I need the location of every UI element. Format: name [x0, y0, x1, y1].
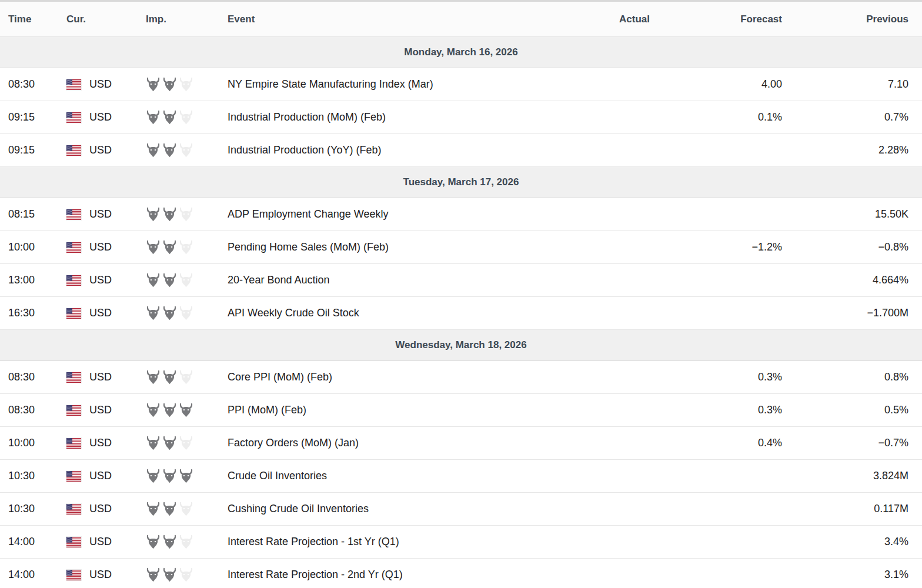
importance-rating — [146, 240, 228, 255]
currency-cell: USD — [66, 274, 146, 286]
bull-icon — [162, 534, 177, 549]
us-flag-icon — [66, 242, 81, 253]
us-flag-icon — [66, 504, 81, 514]
column-header-actual: Actual — [562, 14, 650, 25]
column-header-importance: Imp. — [146, 14, 228, 25]
table-row[interactable]: 10:30 — [0, 493, 922, 526]
us-flag-icon — [66, 405, 81, 416]
table-row[interactable]: 08:30 — [0, 361, 922, 394]
bull-icon — [179, 534, 193, 549]
bull-icon — [162, 110, 177, 125]
table-row[interactable]: 10:30 — [0, 460, 922, 493]
currency-cell: USD — [66, 208, 146, 220]
importance-rating — [146, 77, 228, 92]
event-name[interactable]: Interest Rate Projection - 2nd Yr (Q1) — [228, 569, 562, 581]
bull-icon — [146, 77, 161, 92]
day-label: Tuesday, March 17, 2026 — [403, 176, 519, 188]
previous-value: 0.5% — [782, 404, 908, 416]
bull-icon — [179, 143, 193, 158]
us-flag-icon — [66, 570, 81, 580]
bull-icon — [162, 469, 177, 483]
currency-cell: USD — [66, 78, 146, 91]
forecast-value: −1.2% — [650, 241, 782, 253]
event-name[interactable]: Factory Orders (MoM) (Jan) — [228, 437, 562, 449]
previous-value: 3.1% — [782, 569, 908, 581]
bull-icon — [146, 436, 161, 450]
bull-icon — [162, 306, 177, 320]
event-time: 10:30 — [8, 503, 66, 515]
us-flag-icon — [66, 112, 81, 123]
currency-cell: USD — [66, 307, 146, 319]
previous-value: 0.7% — [782, 111, 908, 123]
event-name[interactable]: Crude Oil Inventories — [228, 470, 562, 482]
importance-rating — [146, 567, 228, 582]
importance-rating — [146, 143, 228, 158]
table-row[interactable]: 10:00 — [0, 231, 922, 264]
table-row[interactable]: 10:00 — [0, 427, 922, 460]
previous-value: 0.117M — [782, 503, 908, 515]
currency-code: USD — [89, 208, 112, 220]
event-name[interactable]: Pending Home Sales (MoM) (Feb) — [228, 241, 562, 253]
table-row[interactable]: 16:30 — [0, 297, 922, 330]
bull-icon — [146, 403, 161, 417]
table-row[interactable]: 13:00 — [0, 264, 922, 297]
bull-icon — [162, 502, 177, 516]
event-name[interactable]: API Weekly Crude Oil Stock — [228, 307, 562, 319]
event-name[interactable]: Core PPI (MoM) (Feb) — [228, 371, 562, 383]
bull-icon — [179, 306, 193, 320]
bull-icon — [179, 273, 193, 288]
table-row[interactable]: 08:30 — [0, 394, 922, 427]
event-name[interactable]: Cushing Crude Oil Inventories — [228, 503, 562, 515]
currency-code: USD — [89, 404, 112, 416]
event-name[interactable]: ADP Employment Change Weekly — [228, 208, 562, 220]
event-name[interactable]: Interest Rate Projection - 1st Yr (Q1) — [228, 536, 562, 548]
currency-cell: USD — [66, 144, 146, 156]
event-time: 13:00 — [8, 274, 66, 286]
event-time: 16:30 — [8, 307, 66, 319]
economic-calendar-table: Time Cur. Imp. Event Actual Forecast Pre… — [0, 0, 922, 588]
event-name[interactable]: PPI (MoM) (Feb) — [228, 404, 562, 416]
forecast-value: 0.4% — [650, 437, 782, 449]
event-name[interactable]: 20-Year Bond Auction — [228, 274, 562, 286]
event-time: 14:00 — [8, 536, 66, 548]
bull-icon — [162, 143, 177, 158]
event-time: 08:30 — [8, 404, 66, 416]
bull-icon — [146, 534, 161, 549]
bull-icon — [179, 469, 193, 483]
forecast-value: 0.3% — [650, 404, 782, 416]
us-flag-icon — [66, 471, 81, 482]
previous-value: 15.50K — [782, 208, 908, 220]
currency-cell: USD — [66, 536, 146, 548]
us-flag-icon — [66, 537, 81, 547]
currency-code: USD — [89, 470, 112, 482]
table-row[interactable]: 14:00 — [0, 526, 922, 559]
currency-cell: USD — [66, 569, 146, 581]
table-row[interactable]: 14:00 — [0, 559, 922, 588]
previous-value: 3.824M — [782, 470, 908, 482]
day-separator-row: Wednesday, March 18, 2026 — [0, 330, 922, 361]
bull-icon — [146, 240, 161, 255]
previous-value: 2.28% — [782, 144, 908, 156]
us-flag-icon — [66, 372, 81, 383]
event-time: 09:15 — [8, 111, 66, 123]
bull-icon — [162, 436, 177, 450]
importance-rating — [146, 273, 228, 288]
importance-rating — [146, 110, 228, 125]
event-name[interactable]: NY Empire State Manufacturing Index (Mar… — [228, 78, 562, 91]
previous-value: 7.10 — [782, 78, 908, 91]
table-row[interactable]: 09:15 — [0, 101, 922, 134]
bull-icon — [179, 240, 193, 255]
bull-icon — [146, 306, 161, 320]
currency-cell: USD — [66, 503, 146, 515]
column-header-currency: Cur. — [66, 14, 146, 25]
bull-icon — [162, 403, 177, 417]
table-row[interactable]: 08:15 — [0, 198, 922, 231]
previous-value: −0.7% — [782, 437, 908, 449]
table-row[interactable]: 08:30 — [0, 68, 922, 101]
table-row[interactable]: 09:15 — [0, 134, 922, 167]
importance-rating — [146, 502, 228, 516]
day-separator-row: Tuesday, March 17, 2026 — [0, 167, 922, 198]
bull-icon — [146, 502, 161, 516]
event-name[interactable]: Industrial Production (YoY) (Feb) — [228, 144, 562, 156]
event-name[interactable]: Industrial Production (MoM) (Feb) — [228, 111, 562, 123]
